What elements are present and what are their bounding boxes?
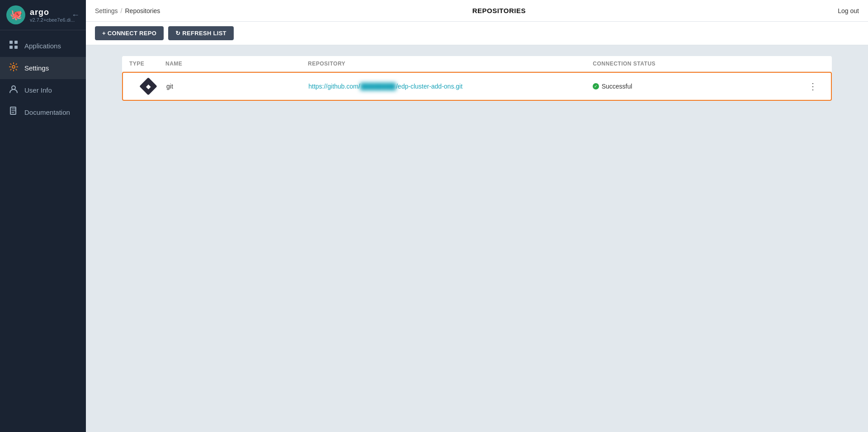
breadcrumb-separator: / (121, 7, 123, 14)
sidebar-item-documentation-label: Documentation (24, 108, 70, 116)
sidebar-item-applications-label: Applications (24, 42, 61, 50)
svg-rect-1 (14, 41, 18, 44)
repo-name: git (166, 83, 308, 90)
col-type: TYPE (129, 61, 165, 67)
git-diamond-icon: ◆ (146, 83, 151, 90)
content-area: TYPE NAME REPOSITORY CONNECTION STATUS ◆… (86, 45, 868, 432)
more-actions-button[interactable]: ⋮ (806, 79, 820, 94)
svg-rect-0 (9, 41, 13, 44)
sidebar: 🐙 argo v2.7.2+cbee7e6.di... ← Applicatio… (0, 0, 86, 432)
repo-table: TYPE NAME REPOSITORY CONNECTION STATUS ◆… (122, 56, 832, 101)
docs-icon (8, 107, 19, 118)
sidebar-item-settings[interactable]: Settings (0, 57, 86, 79)
logout-button[interactable]: Log out (838, 7, 859, 14)
actionbar: + CONNECT REPO ↻ REFRESH LIST (86, 22, 868, 45)
col-repository: REPOSITORY (308, 61, 593, 67)
status-label: Successful (602, 83, 632, 90)
col-connection-status: CONNECTION STATUS (593, 61, 807, 67)
table-header: TYPE NAME REPOSITORY CONNECTION STATUS (122, 56, 832, 72)
row-actions: ⋮ (806, 79, 824, 94)
sidebar-item-applications[interactable]: Applications (0, 35, 86, 57)
avatar: 🐙 (6, 5, 25, 24)
main-content: Settings / Repositories REPOSITORIES Log… (86, 0, 868, 432)
refresh-list-button[interactable]: ↻ REFRESH LIST (168, 26, 234, 40)
col-name: NAME (165, 61, 308, 67)
svg-point-5 (12, 86, 15, 89)
breadcrumb-parent: Settings (95, 7, 118, 14)
app-version: v2.7.2+cbee7e6.di... (30, 17, 75, 23)
sidebar-item-user-info[interactable]: User Info (0, 79, 86, 101)
topbar: Settings / Repositories REPOSITORIES Log… (86, 0, 868, 22)
sidebar-logo: 🐙 argo v2.7.2+cbee7e6.di... ← (0, 0, 86, 30)
table-row[interactable]: ◆ git https://github.com/████████/edp-cl… (122, 72, 832, 101)
sidebar-nav: Applications Settings User Info (0, 30, 86, 432)
user-icon (8, 85, 19, 96)
connect-repo-button[interactable]: + CONNECT REPO (95, 26, 164, 40)
repo-type-icon: ◆ (130, 80, 166, 93)
page-title: REPOSITORIES (472, 7, 526, 14)
sidebar-item-settings-label: Settings (24, 64, 49, 72)
back-button[interactable]: ← (71, 10, 80, 20)
settings-icon (8, 62, 19, 74)
svg-rect-2 (9, 46, 13, 49)
connection-status: ✓ Successful (593, 83, 806, 90)
breadcrumb-current: Repositories (125, 7, 160, 14)
sidebar-item-documentation[interactable]: Documentation (0, 101, 86, 123)
repo-url-link[interactable]: https://github.com/████████/edp-cluster-… (308, 83, 462, 90)
svg-rect-3 (14, 46, 18, 49)
sidebar-item-user-info-label: User Info (24, 86, 52, 94)
repo-url: https://github.com/████████/edp-cluster-… (308, 82, 592, 90)
status-success-icon: ✓ (593, 83, 599, 89)
col-actions (807, 61, 825, 67)
svg-point-4 (12, 66, 15, 68)
breadcrumb: Settings / Repositories (95, 7, 160, 14)
applications-icon (8, 40, 19, 52)
